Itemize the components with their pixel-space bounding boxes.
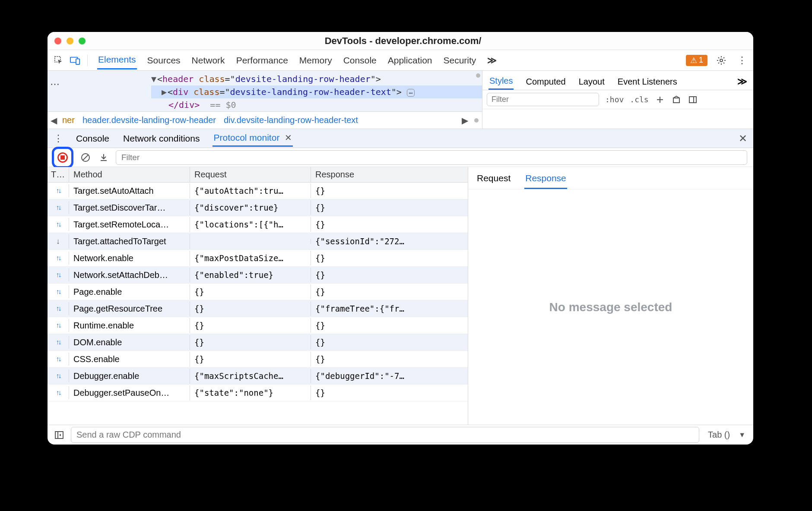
styles-tab-eventlisteners[interactable]: Event Listeners bbox=[617, 74, 678, 89]
clear-button[interactable] bbox=[79, 151, 92, 164]
styles-toolbar: :hov .cls bbox=[482, 90, 753, 109]
table-row[interactable]: ↑↓Target.setDiscoverTar…{"discover":true… bbox=[48, 199, 468, 216]
window-title: DevTools - developer.chrome.com/ bbox=[86, 35, 720, 47]
grid-body[interactable]: ↑↓Target.setAutoAttach{"autoAttach":tru…… bbox=[48, 183, 468, 425]
ellipsis-icon: ⋯ bbox=[50, 79, 60, 90]
cell-response: {"frameTree":{"fr… bbox=[311, 301, 468, 316]
table-row[interactable]: ↑↓Debugger.setPauseOn…{"state":"none"}{} bbox=[48, 385, 468, 401]
computed-styles-icon[interactable] bbox=[671, 95, 682, 105]
detail-tab-response[interactable]: Response bbox=[524, 170, 567, 189]
table-row[interactable]: ↓Target.attachedToTarget{"sessionId":"27… bbox=[48, 233, 468, 250]
detail-tab-request[interactable]: Request bbox=[476, 170, 511, 189]
crumb-next-icon[interactable]: ▶ bbox=[459, 115, 471, 126]
detail-empty-message: No message selected bbox=[468, 189, 753, 425]
col-header-type[interactable]: T… bbox=[48, 167, 69, 182]
col-header-request[interactable]: Request bbox=[190, 167, 311, 182]
cell-request: {} bbox=[190, 318, 311, 333]
cell-response: {} bbox=[311, 268, 468, 282]
table-row[interactable]: ↑↓Page.enable{}{} bbox=[48, 284, 468, 300]
warnings-badge[interactable]: ⚠ 1 bbox=[686, 55, 707, 66]
inspect-element-icon[interactable] bbox=[52, 54, 66, 67]
close-tab-icon[interactable]: ✕ bbox=[285, 133, 292, 142]
new-style-rule-icon[interactable] bbox=[655, 95, 665, 105]
tab-security[interactable]: Security bbox=[442, 52, 477, 69]
detail-tabs: Request Response bbox=[468, 167, 753, 189]
cls-toggle[interactable]: .cls bbox=[630, 95, 648, 104]
arrow-updown-icon: ↑↓ bbox=[48, 218, 69, 231]
cell-method: Target.setAutoAttach bbox=[69, 183, 190, 199]
col-header-response[interactable]: Response bbox=[311, 167, 468, 182]
cell-method: Network.enable bbox=[69, 251, 190, 266]
arrow-updown-icon: ↑↓ bbox=[48, 268, 69, 281]
cell-method: Network.setAttachDeb… bbox=[69, 268, 190, 283]
styles-tab-layout[interactable]: Layout bbox=[578, 74, 606, 89]
device-toggle-icon[interactable] bbox=[68, 54, 82, 67]
toggle-sidebar-icon[interactable] bbox=[688, 95, 698, 105]
drawer-tab-label: Protocol monitor bbox=[213, 132, 279, 142]
table-row[interactable]: ↑↓Debugger.enable{"maxScriptsCache…{"deb… bbox=[48, 368, 468, 385]
cdp-command-input[interactable] bbox=[71, 427, 699, 443]
elements-panel: ⋯ ▼<header class="devsite-landing-row-he… bbox=[48, 71, 753, 129]
styles-tab-styles[interactable]: Styles bbox=[488, 73, 514, 90]
tab-sources[interactable]: Sources bbox=[146, 52, 181, 69]
dom-tag: header bbox=[162, 74, 193, 84]
drawer-close-icon[interactable]: ✕ bbox=[739, 132, 747, 145]
tab-console[interactable]: Console bbox=[343, 52, 377, 69]
cell-request: {} bbox=[190, 284, 311, 299]
window-minimize-button[interactable] bbox=[67, 38, 73, 44]
settings-icon[interactable] bbox=[714, 54, 728, 67]
drawer-tab-protocol-monitor[interactable]: Protocol monitor ✕ bbox=[213, 130, 293, 147]
crumb-item[interactable]: div.devsite-landing-row-header-text bbox=[224, 115, 358, 125]
styles-tab-computed[interactable]: Computed bbox=[525, 74, 566, 89]
drawer-tab-console[interactable]: Console bbox=[75, 131, 110, 146]
table-row[interactable]: ↑↓Page.getResourceTree{}{"frameTree":{"f… bbox=[48, 300, 468, 317]
tab-elements[interactable]: Elements bbox=[97, 51, 137, 69]
tab-memory[interactable]: Memory bbox=[298, 52, 333, 69]
dom-tree[interactable]: ⋯ ▼<header class="devsite-landing-row-he… bbox=[48, 71, 482, 129]
svg-point-3 bbox=[720, 59, 723, 62]
collapsed-content-icon[interactable]: ⋯ bbox=[407, 89, 415, 97]
drawer-kebab-icon[interactable]: ⋮ bbox=[54, 133, 63, 144]
cell-response: {"debuggerId":"-7… bbox=[311, 369, 468, 383]
window-close-button[interactable] bbox=[54, 38, 61, 44]
arrow-updown-icon: ↑↓ bbox=[48, 336, 69, 349]
crumb-item[interactable]: header.devsite-landing-row-header bbox=[82, 115, 216, 125]
table-row[interactable]: ↑↓CSS.enable{}{} bbox=[48, 351, 468, 368]
message-detail: Request Response No message selected bbox=[468, 167, 753, 425]
tab-application[interactable]: Application bbox=[387, 52, 433, 69]
warnings-count: 1 bbox=[699, 56, 703, 65]
table-row[interactable]: ↑↓Network.setAttachDeb…{"enabled":true}{… bbox=[48, 267, 468, 284]
styles-filter-input[interactable] bbox=[487, 93, 599, 106]
traffic-lights bbox=[54, 38, 86, 44]
protocol-filter-input[interactable] bbox=[116, 150, 747, 165]
table-row[interactable]: ↑↓Runtime.enable{}{} bbox=[48, 317, 468, 334]
styles-tabs-overflow-icon[interactable]: ≫ bbox=[737, 76, 747, 87]
footer-dropdown-icon[interactable]: ▼ bbox=[739, 431, 748, 439]
cell-method: Runtime.enable bbox=[69, 318, 190, 333]
toggle-panel-icon[interactable] bbox=[53, 429, 66, 442]
tab-performance[interactable]: Performance bbox=[235, 52, 289, 69]
cell-method: Page.getResourceTree bbox=[69, 301, 190, 316]
table-row[interactable]: ↑↓DOM.enable{}{} bbox=[48, 334, 468, 351]
table-row[interactable]: ↑↓Network.enable{"maxPostDataSize…{} bbox=[48, 250, 468, 267]
table-row[interactable]: ↑↓Target.setRemoteLoca…{"locations":[{"h… bbox=[48, 216, 468, 233]
tabs-overflow-icon[interactable]: ≫ bbox=[486, 52, 498, 69]
cell-request: {"maxScriptsCache… bbox=[190, 369, 311, 383]
crumb-prev-icon[interactable]: ◀ bbox=[48, 115, 60, 126]
save-button[interactable] bbox=[98, 151, 110, 164]
tab-network[interactable]: Network bbox=[191, 52, 226, 69]
arrow-updown-icon: ↑↓ bbox=[48, 184, 69, 197]
drawer-tab-network-conditions[interactable]: Network conditions bbox=[122, 131, 200, 146]
arrow-updown-icon: ↑↓ bbox=[48, 285, 69, 298]
col-header-method[interactable]: Method bbox=[69, 167, 190, 182]
cell-method: DOM.enable bbox=[69, 335, 190, 350]
table-row[interactable]: ↑↓Target.setAutoAttach{"autoAttach":tru…… bbox=[48, 183, 468, 199]
styles-panel: Styles Computed Layout Event Listeners ≫… bbox=[482, 71, 753, 129]
record-button[interactable] bbox=[57, 152, 68, 163]
cell-response: {} bbox=[311, 352, 468, 366]
cell-request: {"autoAttach":tru… bbox=[190, 183, 311, 198]
cell-response: {"sessionId":"272… bbox=[311, 234, 468, 249]
hov-toggle[interactable]: :hov bbox=[605, 95, 624, 104]
window-maximize-button[interactable] bbox=[79, 38, 86, 44]
kebab-menu-icon[interactable]: ⋮ bbox=[735, 54, 749, 67]
